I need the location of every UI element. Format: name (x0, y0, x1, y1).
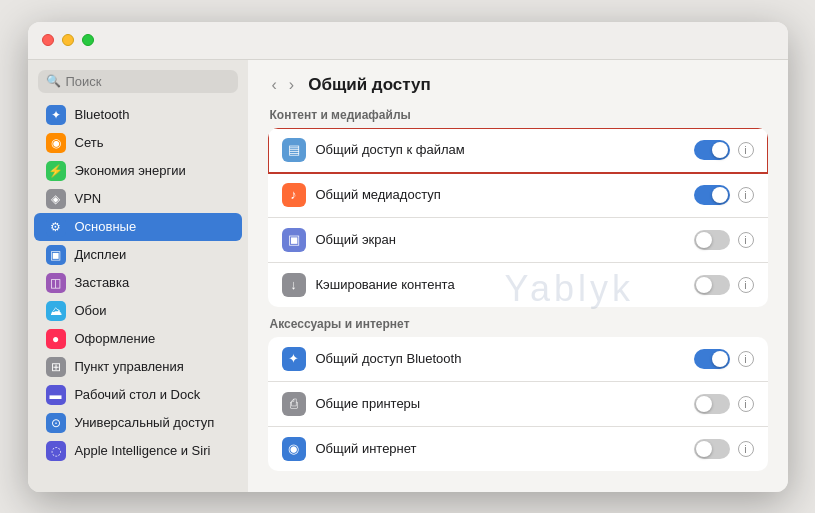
printer-sharing-info-button[interactable]: i (738, 396, 754, 412)
wallpaper-icon: ⛰ (46, 301, 66, 321)
content-caching-controls: i (694, 275, 754, 295)
file-sharing-toggle[interactable] (694, 140, 730, 160)
forward-button[interactable]: › (285, 74, 298, 96)
sidebar-label-appearance: Оформление (75, 331, 156, 346)
internet-sharing-icon: ◉ (282, 437, 306, 461)
screen-sharing-info-button[interactable]: i (738, 232, 754, 248)
internet-sharing-info-button[interactable]: i (738, 441, 754, 457)
printer-sharing-controls: i (694, 394, 754, 414)
bluetooth-sharing-toggle[interactable] (694, 349, 730, 369)
section-title-accessories-internet: Аксессуары и интернет (268, 317, 768, 331)
main-panel: ‹ › Общий доступ YablykКонтент и медиафа… (248, 60, 788, 492)
file-sharing-info-button[interactable]: i (738, 142, 754, 158)
file-sharing-icon: ▤ (282, 138, 306, 162)
minimize-button[interactable] (62, 34, 74, 46)
bluetooth-icon: ✦ (46, 105, 66, 125)
sidebar-item-bluetooth[interactable]: ✦Bluetooth (34, 101, 242, 129)
sidebar-item-network[interactable]: ◉Сеть (34, 129, 242, 157)
sidebar-label-vpn: VPN (75, 191, 102, 206)
screen-sharing-icon: ▣ (282, 228, 306, 252)
bluetooth-sharing-info-button[interactable]: i (738, 351, 754, 367)
sidebar-label-battery: Экономия энергии (75, 163, 186, 178)
sidebar-label-screensaver: Заставка (75, 275, 130, 290)
desktop_dock-icon: ▬ (46, 385, 66, 405)
internet-sharing-label: Общий интернет (316, 441, 684, 456)
control_center-icon: ⊞ (46, 357, 66, 377)
file-sharing-label: Общий доступ к файлам (316, 142, 684, 157)
settings-row-media-sharing: ♪Общий медиадоступi (268, 173, 768, 218)
sidebar-label-accessibility: Универсальный доступ (75, 415, 215, 430)
sidebar: 🔍 ✦Bluetooth◉Сеть⚡Экономия энергии◈VPN⚙О… (28, 60, 248, 492)
bluetooth-sharing-controls: i (694, 349, 754, 369)
page-title: Общий доступ (308, 75, 431, 95)
sidebar-item-vpn[interactable]: ◈VPN (34, 185, 242, 213)
sidebar-label-siri: Apple Intelligence и Siri (75, 443, 211, 458)
sidebar-item-desktop_dock[interactable]: ▬Рабочий стол и Dock (34, 381, 242, 409)
sidebar-item-general[interactable]: ⚙Основные (34, 213, 242, 241)
settings-group-accessories-internet: ✦Общий доступ Bluetoothi⎙Общие принтерыi… (268, 337, 768, 471)
titlebar (28, 22, 788, 60)
content-caching-info-button[interactable]: i (738, 277, 754, 293)
back-button[interactable]: ‹ (268, 74, 281, 96)
sidebar-item-wallpaper[interactable]: ⛰Обои (34, 297, 242, 325)
sidebar-label-wallpaper: Обои (75, 303, 107, 318)
main-window: 🔍 ✦Bluetooth◉Сеть⚡Экономия энергии◈VPN⚙О… (28, 22, 788, 492)
maximize-button[interactable] (82, 34, 94, 46)
sidebar-item-siri[interactable]: ◌Apple Intelligence и Siri (34, 437, 242, 465)
sidebar-label-bluetooth: Bluetooth (75, 107, 130, 122)
accessibility-icon: ⊙ (46, 413, 66, 433)
media-sharing-info-button[interactable]: i (738, 187, 754, 203)
media-sharing-icon: ♪ (282, 183, 306, 207)
sidebar-item-control_center[interactable]: ⊞Пункт управления (34, 353, 242, 381)
appearance-icon: ● (46, 329, 66, 349)
media-sharing-toggle[interactable] (694, 185, 730, 205)
settings-row-screen-sharing: ▣Общий экранi (268, 218, 768, 263)
content-caching-toggle-thumb (696, 277, 712, 293)
content-area: 🔍 ✦Bluetooth◉Сеть⚡Экономия энергии◈VPN⚙О… (28, 60, 788, 492)
bluetooth-sharing-icon: ✦ (282, 347, 306, 371)
settings-row-file-sharing: ▤Общий доступ к файламi (268, 128, 768, 173)
search-box[interactable]: 🔍 (38, 70, 238, 93)
file-sharing-toggle-thumb (712, 142, 728, 158)
nav-bar: ‹ › Общий доступ (268, 74, 768, 96)
sidebar-label-network: Сеть (75, 135, 104, 150)
media-sharing-label: Общий медиадоступ (316, 187, 684, 202)
content-caching-icon: ↓ (282, 273, 306, 297)
sidebar-label-displays: Дисплеи (75, 247, 127, 262)
settings-row-content-caching: ↓Кэширование контентаi (268, 263, 768, 307)
displays-icon: ▣ (46, 245, 66, 265)
close-button[interactable] (42, 34, 54, 46)
search-icon: 🔍 (46, 74, 61, 88)
network-icon: ◉ (46, 133, 66, 153)
sidebar-item-displays[interactable]: ▣Дисплеи (34, 241, 242, 269)
content-caching-label: Кэширование контента (316, 277, 684, 292)
sidebar-label-desktop_dock: Рабочий стол и Dock (75, 387, 201, 402)
settings-group-content-media: ▤Общий доступ к файламi♪Общий медиадосту… (268, 128, 768, 307)
screen-sharing-controls: i (694, 230, 754, 250)
settings-row-printer-sharing: ⎙Общие принтерыi (268, 382, 768, 427)
screen-sharing-label: Общий экран (316, 232, 684, 247)
screensaver-icon: ◫ (46, 273, 66, 293)
battery-icon: ⚡ (46, 161, 66, 181)
screen-sharing-toggle-thumb (696, 232, 712, 248)
sidebar-item-screensaver[interactable]: ◫Заставка (34, 269, 242, 297)
internet-sharing-toggle[interactable] (694, 439, 730, 459)
search-input[interactable] (66, 74, 230, 89)
screen-sharing-toggle[interactable] (694, 230, 730, 250)
internet-sharing-controls: i (694, 439, 754, 459)
settings-row-internet-sharing: ◉Общий интернетi (268, 427, 768, 471)
content-caching-toggle[interactable] (694, 275, 730, 295)
bluetooth-sharing-label: Общий доступ Bluetooth (316, 351, 684, 366)
internet-sharing-toggle-thumb (696, 441, 712, 457)
sidebar-item-accessibility[interactable]: ⊙Универсальный доступ (34, 409, 242, 437)
sidebar-label-general: Основные (75, 219, 137, 234)
printer-sharing-icon: ⎙ (282, 392, 306, 416)
printer-sharing-toggle[interactable] (694, 394, 730, 414)
sidebar-item-appearance[interactable]: ●Оформление (34, 325, 242, 353)
bluetooth-sharing-toggle-thumb (712, 351, 728, 367)
media-sharing-toggle-thumb (712, 187, 728, 203)
printer-sharing-label: Общие принтеры (316, 396, 684, 411)
sidebar-item-battery[interactable]: ⚡Экономия энергии (34, 157, 242, 185)
file-sharing-controls: i (694, 140, 754, 160)
general-icon: ⚙ (46, 217, 66, 237)
